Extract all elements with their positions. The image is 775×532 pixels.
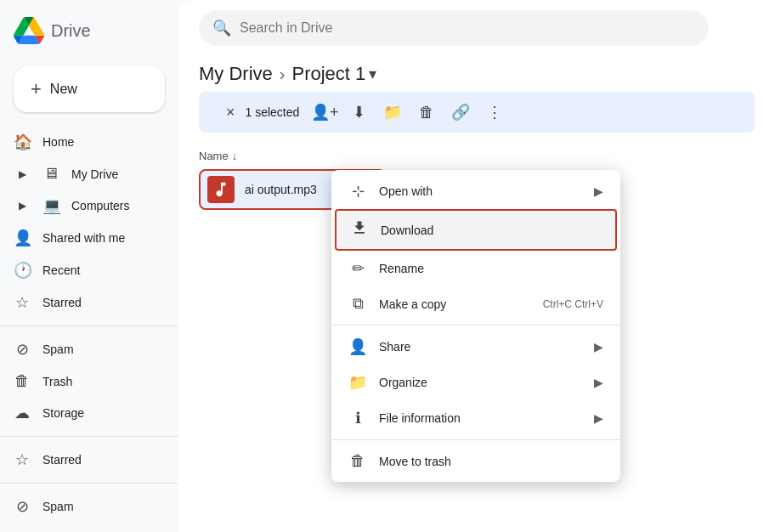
header: 🔍 — [178, 0, 775, 56]
link-button[interactable]: 🔗 — [445, 97, 476, 127]
sidebar-label-home: Home — [42, 135, 74, 149]
sidebar-item-spam2[interactable]: ⊘ Spam — [0, 490, 165, 523]
ctx-item-make-copy[interactable]: ⧉ Make a copy Ctrl+C Ctrl+V — [331, 286, 620, 321]
ctx-label-open-with: Open with — [379, 184, 582, 198]
storage-icon: ☁ — [14, 404, 31, 422]
share-icon: 👤 — [348, 337, 367, 356]
main-content: 🔍 My Drive › Project 1 ▾ × 1 selected 👤+… — [178, 0, 775, 532]
new-button[interactable]: + New — [14, 66, 165, 112]
sidebar-item-trash[interactable]: 🗑 Trash — [0, 365, 165, 397]
trash-icon: 🗑 — [14, 372, 31, 390]
rename-icon: ✏ — [348, 259, 367, 278]
ctx-label-make-copy: Make a copy — [379, 297, 531, 311]
ctx-divider-1 — [331, 325, 620, 325]
ctx-item-rename[interactable]: ✏ Rename — [331, 251, 620, 286]
selection-toolbar: × 1 selected 👤+ ⬇ 📁 🗑 🔗 ⋮ — [199, 92, 755, 133]
sidebar: Drive + New 🏠 Home ▶ 🖥 My Drive ▶ 💻 Comp… — [0, 0, 178, 532]
sidebar-item-trash2[interactable]: 🗑 Trash — [0, 523, 165, 525]
sidebar-item-spam[interactable]: ⊘ Spam — [0, 333, 165, 365]
mp3-file-icon — [207, 176, 235, 203]
sidebar-label-starred2: Starred — [42, 453, 82, 467]
new-plus-icon: + — [31, 78, 42, 100]
ctx-item-file-info[interactable]: ℹ File information ▶ — [331, 400, 620, 436]
sidebar-label-shared: Shared with me — [42, 231, 125, 245]
column-name-header: Name ↓ — [199, 143, 755, 169]
new-button-label: New — [50, 82, 77, 97]
file-list: Name ↓ ai output.mp3 ⊹ Open with ▶ — [178, 136, 775, 532]
logo-area: Drive — [0, 7, 178, 59]
move-trash-icon: 🗑 — [348, 452, 367, 470]
ctx-label-file-info: File information — [379, 411, 582, 425]
breadcrumb-current[interactable]: Project 1 ▾ — [291, 63, 376, 85]
more-button[interactable]: ⋮ — [479, 97, 510, 127]
sidebar-label-my-drive: My Drive — [71, 167, 118, 181]
google-drive-logo — [14, 15, 44, 46]
file-name-mp3: ai output.mp3 — [245, 183, 317, 196]
spam-icon: ⊘ — [14, 340, 31, 359]
sidebar-label-recent: Recent — [42, 263, 80, 277]
sidebar-label-trash: Trash — [42, 375, 72, 388]
selected-count: 1 selected — [246, 105, 300, 119]
sort-icon: ↓ — [232, 150, 238, 162]
sidebar-item-computers[interactable]: ▶ 💻 Computers — [0, 190, 165, 222]
ctx-label-share: Share — [379, 340, 582, 354]
ctx-label-move-trash: Move to trash — [379, 455, 603, 468]
ctx-item-download[interactable]: Download — [335, 209, 617, 251]
open-with-icon: ⊹ — [348, 182, 367, 201]
sidebar-label-storage: Storage — [42, 406, 84, 420]
sidebar-item-shared[interactable]: 👤 Shared with me — [0, 222, 165, 254]
organize-icon: 📁 — [348, 373, 367, 392]
app-title: Drive — [51, 21, 91, 41]
expand-icon: ▶ — [14, 168, 31, 180]
ctx-label-download: Download — [381, 224, 602, 237]
sidebar-nav: 🏠 Home ▶ 🖥 My Drive ▶ 💻 Computers 👤 Shar… — [0, 126, 178, 525]
download-ctx-icon — [350, 219, 369, 241]
add-person-button[interactable]: 👤+ — [309, 97, 340, 127]
breadcrumb-parent[interactable]: My Drive — [199, 63, 273, 85]
sidebar-item-starred2[interactable]: ☆ Starred — [0, 444, 165, 476]
home-icon: 🏠 — [14, 133, 31, 151]
recent-icon: 🕐 — [14, 261, 31, 280]
context-menu: ⊹ Open with ▶ Download ✏ Rename ⧉ — [331, 170, 620, 482]
deselect-button[interactable]: × — [219, 100, 242, 125]
breadcrumb-separator: › — [280, 65, 286, 84]
search-bar[interactable]: 🔍 — [199, 10, 709, 46]
sidebar-item-starred[interactable]: ☆ Starred — [0, 286, 165, 319]
starred2-icon: ☆ — [14, 450, 31, 469]
delete-button[interactable]: 🗑 — [411, 97, 442, 127]
drive-icon: 🖥 — [42, 165, 59, 183]
download-button[interactable]: ⬇ — [343, 97, 374, 127]
file-info-arrow-icon: ▶ — [594, 411, 603, 425]
sidebar-label-spam: Spam — [42, 342, 74, 356]
search-icon: 🔍 — [212, 19, 231, 37]
organize-arrow-icon: ▶ — [594, 376, 603, 389]
sidebar-item-my-drive[interactable]: ▶ 🖥 My Drive — [0, 158, 165, 190]
copy-icon: ⧉ — [348, 295, 367, 313]
ctx-item-open-with[interactable]: ⊹ Open with ▶ — [331, 173, 620, 209]
open-with-arrow-icon: ▶ — [594, 184, 603, 198]
sidebar-item-storage[interactable]: ☁ Storage — [0, 397, 165, 429]
breadcrumb-dropdown-icon: ▾ — [369, 65, 376, 83]
sidebar-label-starred: Starred — [42, 296, 82, 309]
spam2-icon: ⊘ — [14, 497, 31, 516]
ctx-item-share[interactable]: 👤 Share ▶ — [331, 329, 620, 365]
info-icon: ℹ — [348, 409, 367, 427]
sidebar-item-recent[interactable]: 🕐 Recent — [0, 254, 165, 286]
copy-shortcut: Ctrl+C Ctrl+V — [543, 298, 603, 310]
ctx-divider-2 — [331, 439, 620, 440]
ctx-item-move-trash[interactable]: 🗑 Move to trash — [331, 444, 620, 478]
starred-icon: ☆ — [14, 293, 31, 312]
nav-divider-2 — [0, 436, 178, 437]
sidebar-item-home[interactable]: 🏠 Home — [0, 126, 165, 158]
sidebar-label-spam2: Spam — [42, 500, 74, 513]
share-arrow-icon: ▶ — [594, 340, 603, 354]
nav-divider-3 — [0, 483, 178, 484]
ctx-item-organize[interactable]: 📁 Organize ▶ — [331, 365, 620, 400]
breadcrumb: My Drive › Project 1 ▾ — [178, 56, 775, 88]
shared-icon: 👤 — [14, 229, 31, 247]
nav-divider-1 — [0, 325, 178, 326]
search-input[interactable] — [240, 20, 695, 36]
computers-icon: 💻 — [42, 196, 59, 215]
ctx-label-rename: Rename — [379, 262, 603, 275]
move-button[interactable]: 📁 — [377, 97, 408, 127]
